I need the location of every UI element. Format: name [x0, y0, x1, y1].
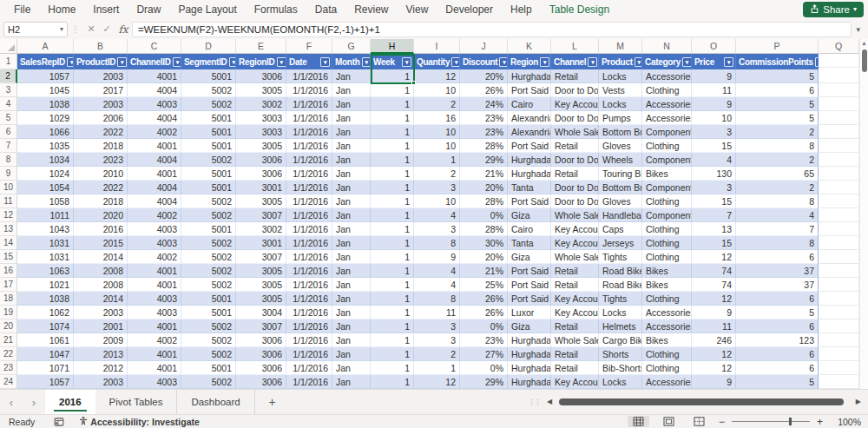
empty-cell[interactable] [819, 181, 859, 194]
cell[interactable]: 1063 [17, 264, 74, 278]
cell[interactable]: 1/1/2016 [286, 278, 332, 292]
empty-cell[interactable] [819, 236, 859, 250]
cell[interactable]: Jan [332, 125, 371, 139]
cell[interactable]: Accessories [642, 306, 692, 319]
cell[interactable]: 2018 [74, 139, 128, 153]
cell[interactable]: 5001 [181, 139, 236, 153]
cell[interactable]: 2003 [74, 97, 128, 111]
add-sheet-button[interactable]: + [255, 390, 290, 414]
row-header-3[interactable]: 3 [0, 83, 17, 97]
empty-cell[interactable] [819, 306, 859, 319]
cell[interactable]: 6 [736, 361, 819, 375]
cell[interactable]: 20% [460, 69, 508, 83]
cell[interactable]: 1024 [17, 167, 74, 181]
cell[interactable]: Retail [551, 347, 599, 361]
cell[interactable]: 1011 [17, 208, 74, 222]
cell[interactable]: 3 [414, 181, 460, 194]
cell[interactable]: Accessories [642, 111, 692, 125]
share-button[interactable]: Share ▾ [803, 2, 864, 17]
cell[interactable]: 21% [460, 264, 508, 278]
select-all-corner[interactable] [0, 39, 17, 54]
cell[interactable]: 28% [460, 222, 508, 236]
cell[interactable]: Door to Door [551, 181, 599, 194]
cell[interactable]: 4 [692, 153, 736, 167]
cell[interactable]: 3 [692, 181, 736, 194]
row-header-7[interactable]: 7 [0, 139, 17, 153]
cell[interactable]: 1047 [17, 347, 74, 361]
cell[interactable]: Bib-Shorts [599, 361, 642, 375]
row-header-1[interactable]: 1 [0, 54, 17, 69]
cell[interactable]: Retail [551, 361, 599, 375]
row-header-4[interactable]: 4 [0, 97, 17, 111]
cell[interactable]: 3005 [236, 194, 286, 208]
cell[interactable]: 2012 [74, 361, 128, 375]
cell[interactable]: 1057 [17, 375, 74, 389]
cell[interactable]: 1/1/2016 [286, 167, 332, 181]
table-column-header-commissionpoints[interactable]: CommissionPoints▾ [736, 54, 819, 69]
empty-cell[interactable] [819, 264, 859, 278]
cell[interactable]: 4004 [128, 153, 181, 167]
cell[interactable]: 246 [692, 333, 736, 347]
cell[interactable]: Cairo [508, 97, 551, 111]
cell[interactable]: Bikes [642, 167, 692, 181]
empty-cell[interactable] [819, 292, 859, 306]
cell[interactable]: 15 [692, 194, 736, 208]
table-column-header-region[interactable]: Region▾ [508, 54, 551, 69]
cell[interactable]: 1 [371, 69, 414, 83]
cell[interactable]: 1 [371, 125, 414, 139]
cell[interactable]: 4 [414, 208, 460, 222]
cell[interactable]: 1/1/2016 [286, 361, 332, 375]
cell[interactable]: 15 [692, 139, 736, 153]
cell[interactable]: Whole Sale [551, 208, 599, 222]
cell[interactable]: Clothing [642, 236, 692, 250]
cell[interactable]: 20% [460, 250, 508, 264]
cell[interactable]: 2008 [74, 264, 128, 278]
cell[interactable]: 1031 [17, 250, 74, 264]
cell[interactable]: Jan [332, 347, 371, 361]
cell[interactable]: 5002 [181, 375, 236, 389]
cell[interactable]: 4 [736, 208, 819, 222]
column-header-I[interactable]: I [414, 39, 460, 54]
cell[interactable]: 5002 [181, 236, 236, 250]
cell[interactable]: Port Said [508, 292, 551, 306]
empty-cell[interactable] [819, 97, 859, 111]
cell[interactable]: 23% [460, 333, 508, 347]
cell[interactable]: 1 [371, 208, 414, 222]
cell[interactable]: Caps [599, 222, 642, 236]
cell[interactable]: 21% [460, 167, 508, 181]
cell[interactable]: Key Accounts [551, 375, 599, 389]
cell[interactable]: 8 [414, 292, 460, 306]
cell[interactable]: Door to Door [551, 153, 599, 167]
cell[interactable]: 5002 [181, 83, 236, 97]
column-header-N[interactable]: N [642, 39, 692, 54]
cell[interactable]: Jan [332, 361, 371, 375]
row-header-6[interactable]: 6 [0, 125, 17, 139]
cell[interactable]: 1 [371, 194, 414, 208]
cell[interactable]: 1021 [17, 278, 74, 292]
cell[interactable]: 1057 [17, 69, 74, 83]
cell[interactable]: 1 [371, 167, 414, 181]
cell[interactable]: 5001 [181, 222, 236, 236]
cell[interactable]: Clothing [642, 222, 692, 236]
expand-formula-bar-icon[interactable]: ▾ [852, 25, 865, 34]
cell[interactable]: Jan [332, 333, 371, 347]
cell[interactable]: Whole Sale [551, 333, 599, 347]
filter-dropdown-icon[interactable]: ▾ [362, 57, 372, 67]
empty-cell[interactable] [819, 375, 859, 389]
cell[interactable]: 1 [371, 222, 414, 236]
macro-record-icon[interactable] [47, 417, 71, 427]
cell[interactable]: 4002 [128, 125, 181, 139]
cell[interactable]: 2014 [74, 250, 128, 264]
cell[interactable]: Locks [599, 69, 642, 83]
cell[interactable]: Jan [332, 208, 371, 222]
cell[interactable]: 1/1/2016 [286, 333, 332, 347]
row-header-16[interactable]: 16 [0, 264, 17, 278]
cell[interactable]: Gloves [599, 139, 642, 153]
formula-input[interactable]: =WEEKNUM(F2)-WEEKNUM(EOMONTH(F2,-1)+1)+1 [132, 22, 852, 37]
cell[interactable]: 1/1/2016 [286, 375, 332, 389]
ribbon-tab-draw[interactable]: Draw [128, 0, 169, 19]
cell[interactable]: 1038 [17, 97, 74, 111]
cell[interactable]: Alexandria [508, 125, 551, 139]
table-column-header-price[interactable]: Price▾ [692, 54, 736, 69]
cell[interactable]: 1/1/2016 [286, 264, 332, 278]
